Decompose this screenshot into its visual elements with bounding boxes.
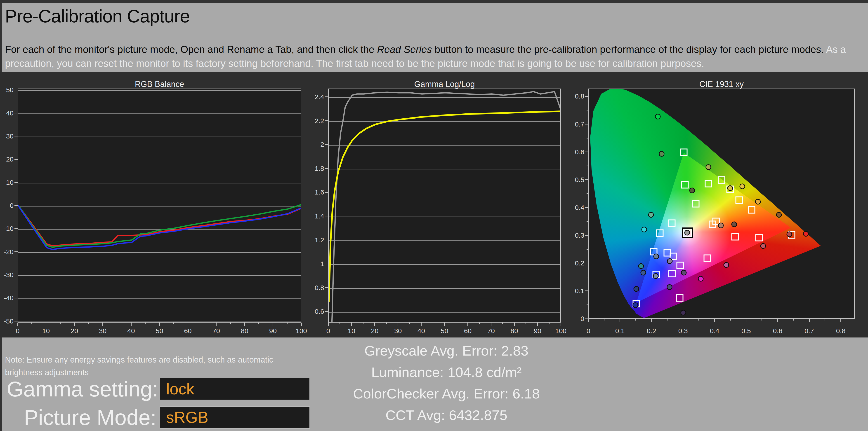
cie-measured-circle (655, 113, 661, 119)
y-axis-tick (14, 298, 18, 298)
cie-measured-circle (803, 231, 809, 236)
y-axis-tick (325, 96, 328, 97)
gamma-plot (328, 89, 561, 323)
x-axis-minor-tick (202, 323, 202, 324)
chart-title: CIE 1931 xy (700, 79, 744, 89)
cie-measured-circle (653, 273, 658, 279)
greyscale-error-stat: Greyscale Avg. Error: 2.83 (280, 340, 613, 361)
y-axis-tick (14, 159, 18, 160)
read-series-emphasis: Read Series (377, 44, 432, 55)
cct-avg-stat: CCT Avg: 6432.875 (280, 404, 613, 426)
cie-reference-square (705, 180, 712, 188)
x-axis-minor-tick (730, 319, 731, 321)
y-axis-tick-label: 0.4 (575, 204, 584, 211)
y-axis-minor-tick (587, 221, 588, 222)
cie-reference-square (718, 176, 725, 184)
x-axis-tick (244, 323, 245, 326)
cie-reference-square (704, 255, 711, 262)
instructions-line-2: precaution, you can reset the monitor to… (5, 57, 846, 70)
cie-measured-circle (718, 223, 724, 228)
y-axis-minor-tick (587, 249, 588, 250)
x-axis-tick (301, 323, 302, 326)
y-axis-tick (585, 207, 588, 208)
y-axis-tick-label: 0.2 (575, 259, 584, 267)
picture-mode-label: Picture Mode: (24, 405, 156, 430)
y-axis-tick (325, 264, 328, 264)
x-axis-tick (809, 319, 810, 322)
cie-measured-circle (698, 276, 704, 282)
x-axis-tick (74, 323, 75, 326)
cie-reference-square (676, 294, 683, 302)
x-axis-tick (421, 323, 422, 326)
panel-separator (312, 72, 312, 337)
x-axis-tick-label: 0.6 (773, 327, 782, 335)
x-axis-tick-label: 10 (42, 327, 50, 335)
y-axis-tick-label: -40 (4, 294, 13, 302)
x-axis-tick-label: 80 (510, 327, 518, 335)
x-axis-tick-label: 90 (269, 327, 277, 335)
x-axis-tick-label: 30 (394, 327, 402, 335)
y-axis-tick-label: 50 (6, 86, 13, 94)
x-axis-tick-label: 100 (296, 327, 307, 335)
x-axis-minor-tick (502, 323, 503, 324)
x-axis-minor-tick (526, 323, 526, 324)
y-axis-tick (325, 121, 328, 121)
y-axis-tick (14, 136, 18, 136)
y-axis-tick-label: 0 (10, 202, 13, 209)
y-axis-tick (325, 216, 328, 217)
x-axis-minor-tick (340, 323, 340, 324)
x-axis-tick (273, 323, 273, 326)
x-axis-minor-tick (31, 323, 32, 324)
y-axis-tick-label: 30 (6, 132, 13, 140)
cie-reference-square (692, 200, 700, 208)
cie-reference-square (732, 233, 739, 240)
x-axis-minor-tick (88, 323, 89, 324)
y-axis-tick-label: 2.2 (315, 117, 324, 125)
x-axis-tick (216, 323, 217, 326)
y-axis-tick (585, 152, 588, 152)
y-axis-tick-label: 1.2 (315, 236, 324, 244)
x-axis-tick-label: 30 (99, 327, 106, 335)
x-axis-tick-label: 0.4 (710, 327, 719, 335)
cie-measured-circle (689, 188, 695, 193)
y-axis-tick (325, 168, 328, 169)
y-axis-tick-label: 0.1 (575, 287, 584, 295)
cie-measured-circle (648, 212, 654, 218)
x-axis-tick (561, 323, 561, 326)
note-text: Note: Ensure any energy savings features… (5, 354, 273, 379)
cie-measured-circle (755, 199, 761, 205)
y-axis-tick (585, 96, 588, 97)
y-axis-tick (325, 144, 328, 145)
colorchecker-error-stat: ColorChecker Avg. Error: 6.18 (280, 383, 613, 404)
cie-measured-circle (667, 258, 673, 264)
cie-reference-square (748, 206, 755, 214)
x-axis-minor-tick (145, 323, 146, 324)
cie-measured-circle (776, 212, 782, 218)
x-axis-tick-label: 50 (441, 327, 448, 335)
y-axis-tick (585, 291, 588, 291)
x-axis-tick-label: 100 (555, 327, 566, 335)
x-axis-minor-tick (762, 319, 762, 321)
y-axis-tick-label: 1.8 (315, 165, 324, 172)
rgb-plot (18, 89, 301, 323)
y-axis-tick (585, 263, 588, 263)
series-blue (18, 206, 301, 250)
y-axis-minor-tick (587, 166, 588, 166)
y-axis-tick (585, 235, 588, 236)
x-axis-tick (18, 323, 18, 326)
x-axis-tick-label: 80 (241, 327, 248, 335)
x-axis-minor-tick (549, 323, 550, 324)
y-axis-tick (325, 287, 328, 288)
x-axis-tick-label: 0.3 (678, 327, 688, 335)
y-axis-tick-label: 0.8 (315, 284, 324, 292)
x-axis-minor-tick (825, 319, 825, 321)
y-axis-tick (325, 240, 328, 240)
y-axis-minor-tick (587, 193, 588, 194)
cie-reference-square (677, 262, 684, 269)
cie-measured-circle (761, 243, 766, 249)
cie-measured-circle (638, 263, 644, 269)
series-red (18, 205, 301, 246)
x-axis-tick-label: 0.2 (647, 327, 656, 335)
x-axis-tick (159, 323, 160, 326)
series-measured-gamma (332, 92, 561, 323)
